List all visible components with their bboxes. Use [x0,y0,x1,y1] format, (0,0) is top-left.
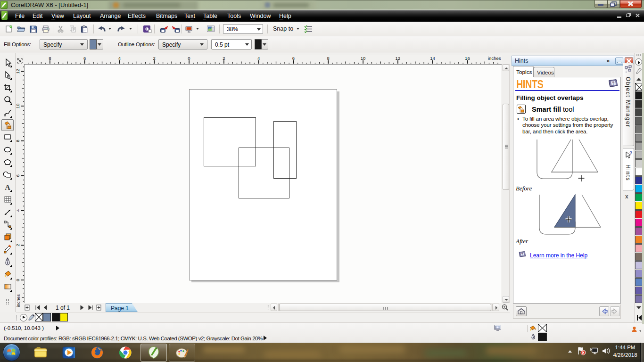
svg-text:4: 4 [16,209,20,212]
svg-text:2: 2 [223,56,225,61]
svg-text:inches: inches [16,294,21,307]
svg-text:10: 10 [361,56,366,61]
svg-text:6: 6 [16,174,20,177]
svg-text:16: 16 [465,56,470,61]
svg-text:8: 8 [49,56,51,61]
svg-text:8: 8 [327,56,330,61]
svg-text:A: A [5,183,10,191]
svg-text:0: 0 [16,279,20,281]
svg-text:8: 8 [16,140,20,142]
svg-text:6: 6 [83,56,86,61]
svg-text:6: 6 [292,56,295,61]
svg-text:0: 0 [188,56,190,61]
svg-text:2: 2 [153,56,156,61]
svg-text:12: 12 [16,69,20,74]
svg-text:2: 2 [16,244,20,247]
svg-text:14: 14 [430,56,435,61]
svg-text:inches: inches [488,56,501,61]
svg-text:4: 4 [257,56,260,61]
svg-text:?: ? [629,151,632,156]
svg-text:12: 12 [396,56,401,61]
svg-text:4: 4 [118,56,121,61]
svg-text:10: 10 [16,104,20,109]
